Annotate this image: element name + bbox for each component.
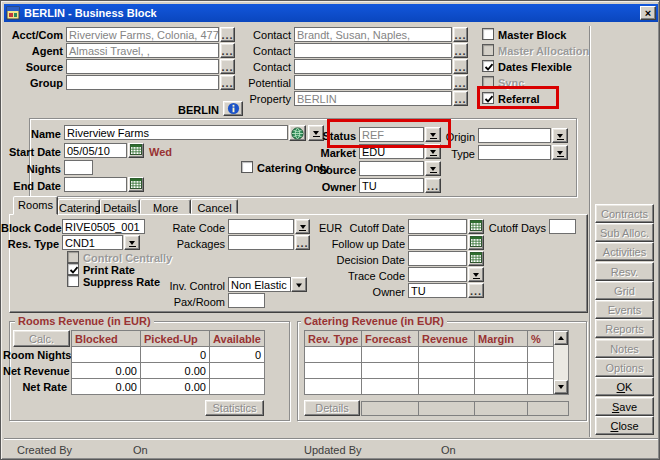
list-arrow-icon (300, 225, 306, 229)
suppress-rate-checkbox[interactable] (67, 275, 79, 287)
follow-up-date-label: Follow up Date (325, 238, 405, 251)
res-type-field[interactable]: CND1 (62, 235, 123, 250)
cutoff-date-label: Cutoff Date (335, 222, 405, 235)
decision-date-label: Decision Date (325, 254, 405, 267)
inv-control-arrow-button[interactable] (291, 277, 307, 292)
trace-code-label: Trace Code (325, 270, 405, 283)
calendar-icon (470, 252, 482, 263)
combo-arrow-icon (296, 283, 302, 287)
control-centrally-label: Control Centrally (83, 252, 172, 264)
list-arrow-icon (473, 273, 479, 277)
pax-room-label: Pax/Room (165, 296, 225, 309)
rate-code-list-button[interactable] (295, 219, 310, 234)
list-arrow-icon (129, 241, 135, 245)
follow-up-date-calendar-button[interactable] (468, 235, 484, 250)
inv-control-select[interactable]: Non Elastic (228, 277, 291, 292)
print-rate-checkbox[interactable] (67, 263, 79, 275)
trace-code-field[interactable] (408, 267, 467, 282)
print-rate-label: Print Rate (83, 264, 135, 276)
business-block-window: BERLIN - Business Block × Acct/Com River… (0, 0, 660, 460)
inv-control-label: Inv. Control (155, 280, 225, 293)
res-type-list-button[interactable] (124, 235, 140, 250)
decision-date-field[interactable] (408, 251, 467, 266)
rate-code-label: Rate Code (165, 222, 225, 235)
calendar-icon (470, 220, 482, 231)
decision-date-calendar-button[interactable] (468, 251, 484, 266)
packages-lookup-button[interactable]: ... (295, 235, 310, 250)
trace-code-list-button[interactable] (468, 267, 484, 282)
follow-up-date-field[interactable] (408, 235, 467, 250)
owner2-lookup-button[interactable]: ... (468, 283, 484, 298)
calendar-icon (470, 236, 482, 247)
cutoff-days-field[interactable] (549, 219, 576, 234)
cutoff-date-field[interactable] (408, 219, 467, 234)
pax-room-field[interactable] (228, 293, 265, 308)
cutoff-days-label: Cutoff Days (486, 222, 546, 235)
suppress-rate-label: Suppress Rate (83, 276, 160, 288)
rate-code-field[interactable] (228, 219, 294, 234)
owner2-label: Owner (325, 286, 405, 299)
owner2-field[interactable]: TU (408, 283, 467, 298)
control-centrally-checkbox (67, 251, 79, 263)
ellipsis-icon: ... (469, 287, 483, 295)
packages-field[interactable] (228, 235, 294, 250)
packages-label: Packages (165, 238, 225, 251)
res-type-label: Res. Type (1, 238, 59, 251)
cutoff-date-calendar-button[interactable] (468, 219, 484, 234)
rooms-tab-content: Block Code RIVE0505_001 Res. Type CND1 C… (1, 1, 660, 460)
block-code-label: Block Code (1, 222, 59, 235)
ellipsis-icon: ... (296, 239, 309, 247)
block-code-field[interactable]: RIVE0505_001 (62, 219, 145, 234)
